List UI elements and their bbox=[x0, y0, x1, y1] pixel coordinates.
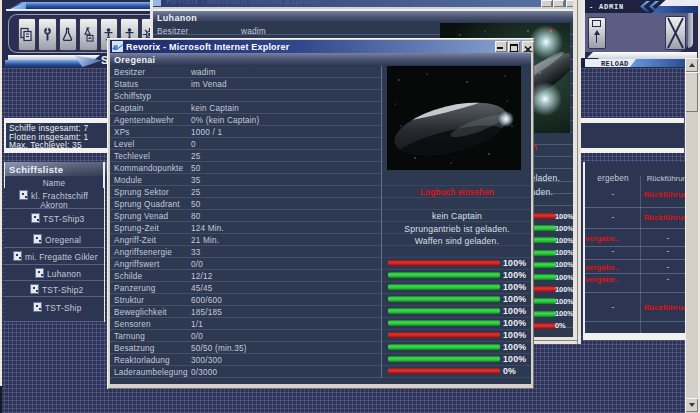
svg-text:e: e bbox=[113, 41, 118, 52]
